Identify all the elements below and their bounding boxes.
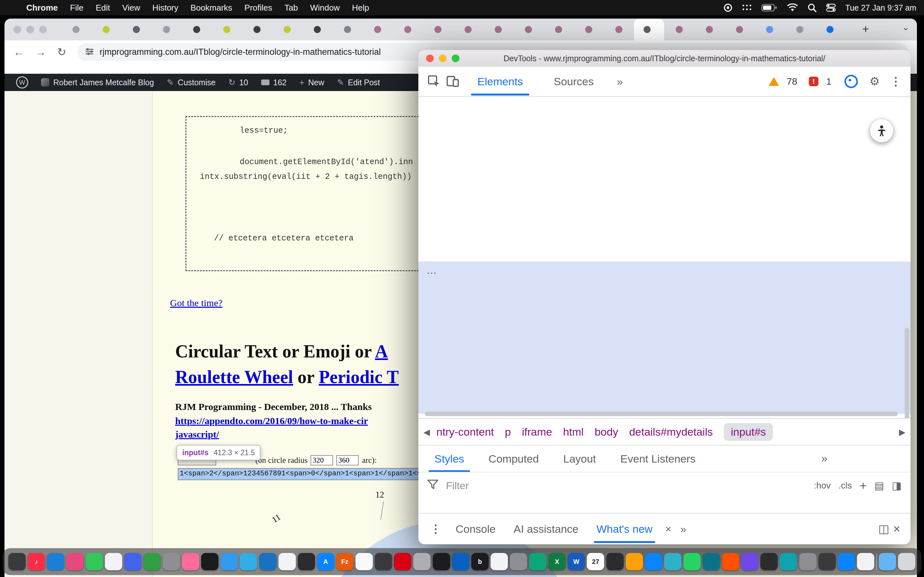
menu-item[interactable]: View: [122, 3, 140, 13]
status-grid-icon[interactable]: [742, 4, 752, 11]
got-the-time-link[interactable]: Got the time?: [170, 298, 222, 308]
dock-app-icon[interactable]: [491, 553, 508, 570]
dock-app-icon[interactable]: [645, 553, 662, 570]
window-close-button[interactable]: [13, 26, 21, 33]
dock-app-icon[interactable]: [898, 553, 915, 570]
dock-app-icon[interactable]: [433, 553, 450, 570]
browser-tab[interactable]: [724, 19, 754, 40]
dock-app-icon[interactable]: [144, 553, 161, 570]
styles-tab[interactable]: Computed: [477, 446, 551, 472]
toggle-element-state-button[interactable]: :hov: [814, 480, 830, 491]
browser-tab[interactable]: [453, 19, 483, 40]
dom-tree-line[interactable]: onchange="deg=eval(this.value); radbit=: [418, 194, 911, 211]
menu-item[interactable]: History: [152, 3, 178, 13]
breadcrumb-item[interactable]: details#mydetails: [629, 426, 713, 438]
dock-app-icon[interactable]: X: [548, 553, 565, 570]
browser-tab[interactable]: [152, 19, 182, 40]
admin-site-name[interactable]: Robert James Metcalfe Blog: [35, 74, 160, 91]
styles-tab[interactable]: Event Listeners: [608, 446, 708, 472]
dock-app-icon[interactable]: [799, 553, 817, 570]
dock-app-icon[interactable]: [606, 553, 624, 570]
dom-tree-line[interactable]: slot: [418, 227, 911, 245]
dom-tree-line[interactable]: ircle &#x1f34d; &#x1f34c; (Optionally: [418, 329, 911, 346]
dock-app-icon[interactable]: ♪: [27, 553, 45, 570]
dock-app-icon[interactable]: [298, 553, 315, 570]
browser-tab[interactable]: [483, 19, 513, 40]
browser-tab[interactable]: [573, 19, 604, 40]
tab-elements[interactable]: Elements: [465, 68, 536, 95]
dock-app-icon[interactable]: [8, 553, 26, 570]
dock-app-icon[interactable]: [703, 553, 720, 570]
title-link-periodic[interactable]: Periodic T: [318, 367, 399, 387]
dock-app-icon[interactable]: [86, 553, 103, 570]
new-tab-button[interactable]: +: [858, 22, 873, 37]
browser-tab[interactable]: [694, 19, 724, 40]
breadcrumb-item[interactable]: p: [505, 426, 511, 438]
dock-app-icon[interactable]: [66, 553, 83, 570]
dom-tree-line[interactable]: #x1f34c; (Optionally | separate words: [418, 295, 911, 313]
degrees-input[interactable]: [336, 455, 359, 466]
dock-app-icon[interactable]: [375, 553, 392, 570]
accessibility-button[interactable]: [870, 119, 893, 142]
browser-tab[interactable]: [815, 19, 845, 40]
menu-item[interactable]: Chrome: [26, 3, 58, 13]
admin-comments[interactable]: 162: [255, 74, 293, 91]
dom-tree-line[interactable]: title="Optionally | append to the circ: [418, 363, 911, 380]
new-style-rule-icon[interactable]: +: [859, 479, 867, 493]
dom-tree-line[interactable]: eed) & image URL or HtTp QR Code URL &: [418, 346, 911, 363]
spotlight-search-icon[interactable]: [808, 3, 817, 12]
dock-app-icon[interactable]: [452, 553, 469, 570]
browser-tab[interactable]: [182, 19, 212, 40]
menu-item[interactable]: Tab: [284, 3, 298, 13]
dock-app-icon[interactable]: b: [471, 553, 489, 570]
crumb-scroll-right-icon[interactable]: ▶: [899, 419, 905, 445]
styles-filter-input[interactable]: Filter: [446, 480, 469, 492]
inspect-element-icon[interactable]: [427, 75, 441, 88]
dock-app-icon[interactable]: [355, 553, 373, 570]
window-minimize-button[interactable]: [26, 26, 34, 33]
dock-app-icon[interactable]: [394, 553, 411, 570]
tab-sources[interactable]: Sources: [541, 68, 607, 95]
back-icon[interactable]: ←: [13, 46, 24, 58]
dock-app-icon[interactable]: [780, 553, 797, 570]
browser-tab[interactable]: [212, 19, 242, 40]
browser-tab[interactable]: [664, 19, 694, 40]
computed-sidebar-toggle-icon[interactable]: ◨: [892, 480, 901, 492]
dock-app-icon[interactable]: [838, 553, 855, 570]
dock-app-icon[interactable]: 27: [587, 553, 604, 570]
dock-app-icon[interactable]: [510, 553, 527, 570]
browser-tab[interactable]: [272, 19, 302, 40]
styles-tab[interactable]: Styles: [422, 446, 477, 472]
error-icon[interactable]: !: [809, 77, 819, 86]
dock-app-icon[interactable]: [259, 553, 276, 570]
breadcrumb-item[interactable]: html: [563, 426, 583, 438]
dom-tree-line[interactable]: t('' + rad + '.' + deg) + '&'; " value=: [418, 211, 911, 228]
drawer-more-tabs-icon[interactable]: »: [675, 523, 691, 535]
admin-updates[interactable]: ↻ 10: [222, 74, 255, 91]
whats-new-close-icon[interactable]: ×: [663, 523, 674, 535]
browser-tab[interactable]: [121, 19, 152, 40]
dock-side-icon[interactable]: ◫: [879, 522, 889, 536]
dom-tree-line[interactable]: onchange="rad=eval(this.value); radbit=: [418, 126, 911, 143]
wifi-icon[interactable]: [787, 3, 798, 12]
dock-app-icon[interactable]: Fz: [336, 553, 354, 570]
drawer-tab[interactable]: What's new: [588, 515, 662, 543]
dock-app-icon[interactable]: [626, 553, 643, 570]
dock-app-icon[interactable]: [47, 553, 64, 570]
title-link-roulette[interactable]: Roulette Wheel: [175, 367, 293, 387]
appendto-link-2[interactable]: javascript/: [175, 429, 219, 440]
site-info-icon[interactable]: [85, 46, 94, 58]
dock-app-icon[interactable]: [722, 553, 739, 570]
breadcrumb-item[interactable]: ntry-content: [436, 426, 494, 438]
title-link-a[interactable]: A: [375, 342, 388, 361]
rendering-emulation-icon[interactable]: ▤: [875, 480, 884, 492]
dock-app-icon[interactable]: [163, 553, 180, 570]
dom-tree-line[interactable]: or HtTp QR Code URL & onclick URL or Ja: [418, 312, 911, 329]
dom-tree-line[interactable]: "(on circle radius": [418, 97, 911, 109]
menu-item[interactable]: File: [70, 3, 83, 13]
dock-app-icon[interactable]: [278, 553, 296, 570]
browser-tab[interactable]: [242, 19, 272, 40]
styles-more-tabs-icon[interactable]: »: [821, 452, 827, 464]
warning-icon[interactable]: [769, 77, 779, 86]
devtools-titlebar[interactable]: DevTools - www.rjmprogramming.com.au/ITb…: [418, 50, 911, 67]
